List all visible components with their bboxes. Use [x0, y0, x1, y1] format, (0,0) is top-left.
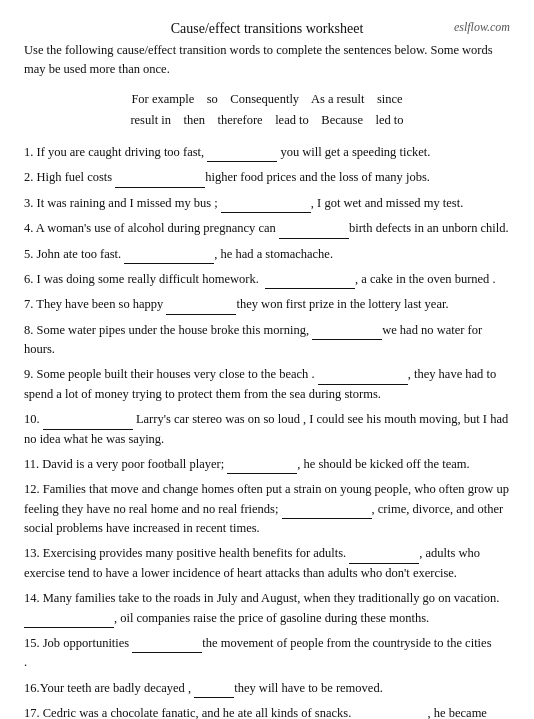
worksheet-title: Cause/effect transitions worksheet — [171, 21, 364, 36]
blank-16[interactable] — [194, 684, 234, 698]
questions-section: 1. If you are caught driving too fast, y… — [24, 143, 510, 719]
blank-9[interactable] — [318, 371, 408, 385]
blank-3[interactable] — [221, 199, 311, 213]
question-12: 12. Families that move and change homes … — [24, 480, 510, 538]
question-8: 8. Some water pipes under the house brok… — [24, 321, 510, 360]
question-10: 10. Larry's car stereo was on so loud , … — [24, 410, 510, 449]
blank-1[interactable] — [207, 148, 277, 162]
question-5: 5. John ate too fast. , he had a stomach… — [24, 245, 510, 264]
blank-8[interactable] — [312, 326, 382, 340]
blank-14[interactable] — [24, 614, 114, 628]
blank-12[interactable] — [282, 505, 372, 519]
blank-2[interactable] — [115, 174, 205, 188]
blank-4[interactable] — [279, 225, 349, 239]
word-bank: For example so Consequently As a result … — [24, 89, 510, 132]
blank-6[interactable] — [265, 275, 355, 289]
question-13: 13. Exercising provides many positive he… — [24, 544, 510, 583]
question-14: 14. Many families take to the roads in J… — [24, 589, 510, 628]
instructions: Use the following cause/effect transitio… — [24, 41, 510, 79]
question-1: 1. If you are caught driving too fast, y… — [24, 143, 510, 162]
word-bank-line1: For example so Consequently As a result … — [131, 92, 402, 106]
blank-10[interactable] — [43, 416, 133, 430]
blank-7[interactable] — [166, 301, 236, 315]
question-16: 16.Your teeth are badly decayed , they w… — [24, 679, 510, 698]
site-label: eslflow.com — [454, 18, 510, 36]
question-7: 7. They have been so happy they won firs… — [24, 295, 510, 314]
question-3: 3. It was raining and I missed my bus ; … — [24, 194, 510, 213]
question-2: 2. High fuel costs higher food prices an… — [24, 168, 510, 187]
blank-5[interactable] — [124, 250, 214, 264]
blank-17[interactable] — [354, 709, 424, 719]
question-4: 4. A woman's use of alcohol during pregn… — [24, 219, 510, 238]
word-bank-line2: result in then therefore lead to Because… — [130, 113, 403, 127]
page-title: Cause/effect transitions worksheet eslfl… — [24, 18, 510, 39]
blank-11[interactable] — [227, 460, 297, 474]
instructions-text: Use the following cause/effect transitio… — [24, 43, 493, 76]
blank-13[interactable] — [349, 550, 419, 564]
question-6: 6. I was doing some really difficult hom… — [24, 270, 510, 289]
question-17: 17. Cedric was a chocolate fanatic, and … — [24, 704, 510, 719]
question-11: 11. David is a very poor football player… — [24, 455, 510, 474]
blank-15[interactable] — [132, 639, 202, 653]
question-15: 15. Job opportunities the movement of pe… — [24, 634, 510, 673]
question-9: 9. Some people built their houses very c… — [24, 365, 510, 404]
